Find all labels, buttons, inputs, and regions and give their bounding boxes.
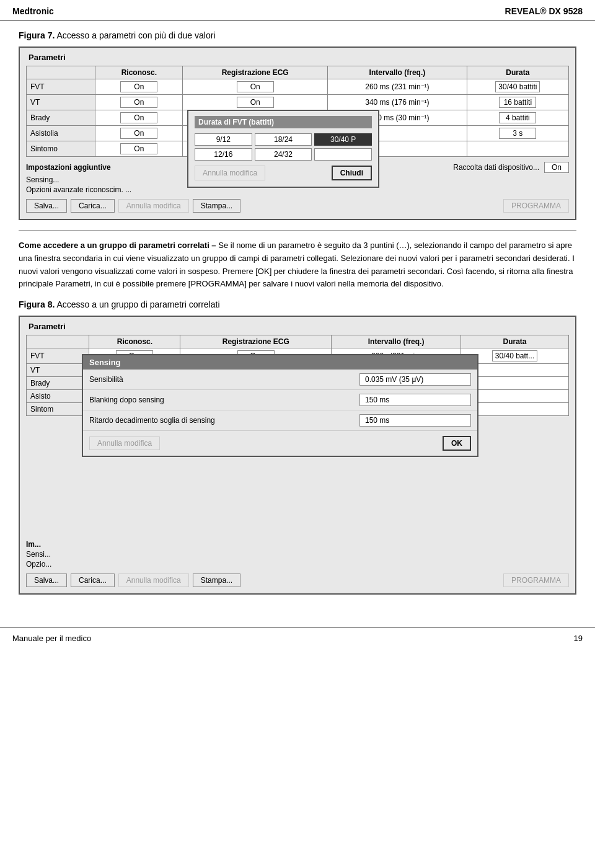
- panel8-footer: Salva... Carica... Annulla modifica Stam…: [26, 574, 569, 587]
- cell-riconosc-vt[interactable]: On: [95, 95, 183, 110]
- blanking-label: Blanking dopo sensing: [89, 396, 359, 404]
- annulla-modifica-btn[interactable]: Annulla modifica: [195, 166, 265, 180]
- table-row: FVT On On 260 ms (231 min⁻¹) 30/40 batti…: [27, 79, 569, 95]
- blanking-value[interactable]: 150 ms: [359, 394, 471, 406]
- dropdown-options: 9/12 18/24 30/40 P 12/16 24/32: [195, 133, 372, 161]
- row8-name-fvt: FVT: [27, 348, 89, 364]
- figure8-title: Figura 8. Accesso a un gruppo di paramet…: [19, 299, 576, 309]
- row-name-fvt: FVT: [27, 79, 95, 95]
- sensing-ok-btn[interactable]: OK: [443, 436, 471, 451]
- annulla-btn[interactable]: Annulla modifica: [118, 199, 189, 213]
- option-24-32[interactable]: 24/32: [255, 148, 312, 161]
- option-9-12[interactable]: 9/12: [195, 133, 252, 146]
- dropdown-buttons: Annulla modifica Chiudi: [195, 166, 372, 180]
- panel7-header: Parametri: [26, 53, 569, 62]
- figure7-title: Figura 7. Accesso a parametri con più di…: [19, 30, 576, 40]
- footer8-buttons-left: Salva... Carica... Annulla modifica Stam…: [26, 574, 240, 587]
- panel8-title: Parametri: [26, 322, 68, 331]
- dropdown-title: Durata di FVT (battiti): [195, 116, 372, 128]
- cell-riconosc-fvt[interactable]: On: [95, 79, 183, 95]
- option-30-40[interactable]: 30/40 P: [314, 133, 372, 146]
- impostazioni8-row: Im...: [26, 540, 569, 549]
- sensing-overlay: Sensing Sensibilità 0.035 mV (35 μV) Bla…: [82, 354, 478, 457]
- impostazioni8-label: Im...: [26, 540, 150, 549]
- opzioni8-label[interactable]: Opzio...: [26, 560, 51, 569]
- sensing-row-ritardo: Ritardo decadimento soglia di sensing 15…: [83, 410, 477, 431]
- option-18-24[interactable]: 18/24: [255, 133, 312, 146]
- col8-header-reg: Registrazione ECG: [180, 335, 332, 348]
- col-header-reg: Registrazione ECG: [183, 66, 328, 79]
- annulla8-btn[interactable]: Annulla modifica: [118, 574, 189, 587]
- col-header-intervallo: Intervallo (freq.): [328, 66, 467, 79]
- sensing-footer: Annulla modifica OK: [83, 431, 477, 456]
- separator1: [19, 230, 576, 231]
- row-name-asistolia: Asistolia: [27, 126, 95, 141]
- table-row: VT On On 340 ms (176 min⁻¹) 16 battiti: [27, 95, 569, 110]
- ritardo-label: Ritardo decadimento soglia di sensing: [89, 416, 359, 425]
- row8-name-asisto: Asisto: [27, 390, 89, 403]
- cell-intervallo-fvt: 260 ms (231 min⁻¹): [328, 79, 467, 95]
- footer-buttons-left: Salva... Carica... Annulla modifica Stam…: [26, 199, 240, 213]
- figure8-panel: Parametri Riconosc. Registrazione ECG In…: [19, 316, 576, 595]
- sensing8-label[interactable]: Sensi...: [26, 550, 51, 559]
- col8-header-name: [27, 335, 89, 348]
- impostazioni-label: Impostazioni aggiuntive: [26, 163, 150, 172]
- row8-name-sintom: Sintom: [27, 403, 89, 416]
- raccolta-label: Raccolta dati dispositivo...: [453, 163, 539, 172]
- main-content: Figura 7. Accesso a parametri con più di…: [0, 20, 595, 614]
- sensing-row-sensibilita: Sensibilità 0.035 mV (35 μV): [83, 370, 477, 390]
- cell-riconosc-asistolia[interactable]: On: [95, 126, 183, 141]
- row-name-vt: VT: [27, 95, 95, 110]
- raccolta-value[interactable]: On: [544, 162, 569, 173]
- cell-durata-brady[interactable]: 4 battiti: [467, 110, 568, 126]
- cell-riconosc-brady[interactable]: On: [95, 110, 183, 126]
- chiudi-btn[interactable]: Chiudi: [332, 166, 372, 180]
- raccolta-row: Raccolta dati dispositivo... On: [453, 161, 569, 174]
- col-header-name: [27, 66, 95, 79]
- programma8-btn[interactable]: PROGRAMMA: [503, 574, 569, 587]
- option-12-16[interactable]: 12/16: [195, 148, 252, 161]
- option-empty: [314, 148, 372, 161]
- cell-durata-asistolia[interactable]: 3 s: [467, 126, 568, 141]
- sensing-annulla-btn[interactable]: Annulla modifica: [89, 436, 160, 450]
- programma-btn[interactable]: PROGRAMMA: [503, 199, 569, 213]
- body-text: Come accedere a un gruppo di parametri c…: [19, 239, 576, 291]
- salva-btn[interactable]: Salva...: [26, 199, 67, 213]
- opzioni8-row: Opzio...: [26, 560, 569, 569]
- cell-reg-vt[interactable]: On: [183, 95, 328, 110]
- carica8-btn[interactable]: Carica...: [71, 574, 115, 587]
- col8-header-intervallo: Intervallo (freq.): [332, 335, 461, 348]
- stampa8-btn[interactable]: Stampa...: [193, 574, 240, 587]
- footer-left: Manuale per il medico: [12, 634, 91, 643]
- page-footer: Manuale per il medico 19: [0, 627, 595, 649]
- cell-durata-vt[interactable]: 16 battiti: [467, 95, 568, 110]
- page-header: Medtronic REVEAL® DX 9528: [0, 0, 595, 20]
- sensing-row-blanking: Blanking dopo sensing 150 ms: [83, 390, 477, 410]
- body-text-strong: Come accedere a un gruppo di parametri c…: [19, 241, 216, 250]
- brand-name: Medtronic: [12, 6, 54, 16]
- sensing-label[interactable]: Sensing...: [26, 175, 59, 184]
- opzioni-label[interactable]: Opzioni avanzate riconoscim. ...: [26, 185, 131, 194]
- cell-intervallo-vt: 340 ms (176 min⁻¹): [328, 95, 467, 110]
- panel7-footer: Salva... Carica... Annulla modifica Stam…: [26, 199, 569, 213]
- figure7-panel: Parametri Riconosc. Registrazione ECG In…: [19, 46, 576, 220]
- carica-btn[interactable]: Carica...: [71, 199, 115, 213]
- product-name: REVEAL® DX 9528: [505, 6, 583, 16]
- ritardo-value[interactable]: 150 ms: [359, 414, 471, 427]
- sensibilita-value[interactable]: 0.035 mV (35 μV): [359, 373, 471, 386]
- stampa-btn[interactable]: Stampa...: [193, 199, 240, 213]
- row-name-brady: Brady: [27, 110, 95, 126]
- cell-durata-fvt[interactable]: 30/40 battiti: [467, 79, 568, 95]
- col8-header-riconosc: Riconosc.: [89, 335, 180, 348]
- col-header-riconosc: Riconosc.: [95, 66, 183, 79]
- panel8-header: Parametri: [26, 322, 569, 331]
- panel8-bottom: Im... Sensi... Opzio...: [26, 540, 569, 569]
- cell-reg-fvt[interactable]: On: [183, 79, 328, 95]
- sensing8-row: Sensi...: [26, 550, 569, 559]
- cell-riconosc-sintomo[interactable]: On: [95, 141, 183, 157]
- salva8-btn[interactable]: Salva...: [26, 574, 67, 587]
- sensing-overlay-title: Sensing: [83, 355, 477, 370]
- durata-dropdown: Durata di FVT (battiti) 9/12 18/24 30/40…: [187, 110, 379, 188]
- col-header-durata: Durata: [467, 66, 568, 79]
- row-name-sintomo: Sintomo: [27, 141, 95, 157]
